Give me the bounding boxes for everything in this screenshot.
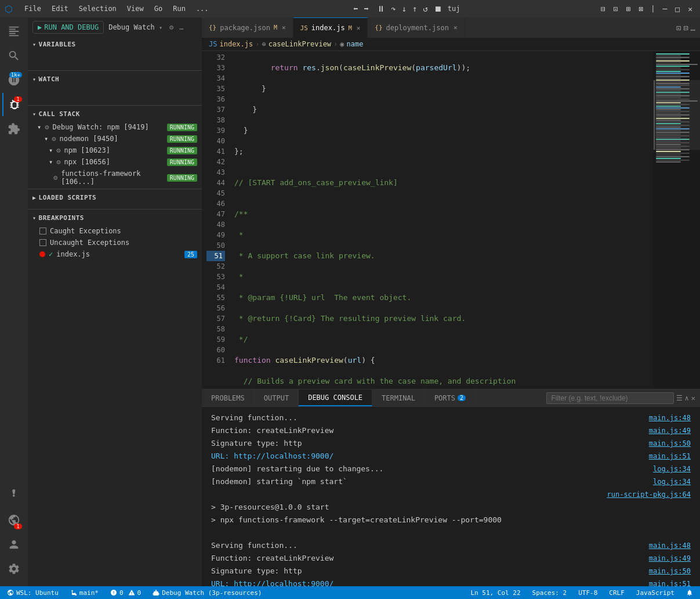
- call-stack-item-1[interactable]: ▾ ⚙ nodemon [9450] RUNNING: [28, 133, 202, 145]
- tab-close-deployment-json[interactable]: ✕: [454, 24, 458, 31]
- tab-index-js[interactable]: JS index.js M ✕: [293, 17, 368, 38]
- variables-header[interactable]: ▾ VARIABLES: [28, 37, 202, 52]
- more-actions-icon[interactable]: …: [691, 23, 695, 33]
- minimap-viewport[interactable]: [654, 80, 700, 150]
- loaded-scripts-header[interactable]: ▶ LOADED SCRIPTS: [28, 190, 202, 205]
- status-encoding[interactable]: UTF-8: [576, 589, 600, 597]
- call-stack-item-2[interactable]: ▾ ⚙ npm [10623] RUNNING: [28, 145, 202, 156]
- minimize-icon[interactable]: ─: [660, 3, 670, 15]
- debug-forward-icon[interactable]: ➡: [362, 3, 371, 15]
- breadcrumb-var[interactable]: name: [347, 40, 364, 48]
- console-link-6[interactable]: log.js:34: [653, 475, 691, 488]
- filter-input[interactable]: [546, 392, 674, 404]
- menu-go[interactable]: Go: [150, 3, 167, 14]
- panel-tab-ports[interactable]: PORTS 2: [425, 389, 476, 406]
- tab-close-package-json[interactable]: ✕: [282, 24, 286, 31]
- uncaught-exceptions-checkbox[interactable]: [39, 239, 46, 246]
- activity-debug[interactable]: 1: [2, 93, 26, 116]
- console-link-2[interactable]: main.js:49: [649, 424, 691, 437]
- activity-account[interactable]: [2, 533, 26, 556]
- console-text-6: [nodemon] starting `npm start`: [211, 475, 347, 488]
- menu-selection[interactable]: Selection: [74, 3, 121, 14]
- debug-more-icon[interactable]: …: [179, 23, 183, 31]
- console-link-5[interactable]: log.js:34: [653, 463, 691, 475]
- console-link-4[interactable]: main.js:51: [649, 450, 691, 463]
- status-remote[interactable]: WSL: Ubuntu: [5, 589, 61, 597]
- panel-tab-terminal[interactable]: TERMINAL: [372, 389, 425, 406]
- status-notifications[interactable]: [684, 589, 695, 596]
- console-link-13[interactable]: main.js:50: [649, 565, 691, 578]
- activity-source-control[interactable]: 1k+: [2, 68, 26, 92]
- breakpoints-header[interactable]: ▾ BREAKPOINTS: [28, 211, 202, 225]
- status-language[interactable]: JavaScript: [634, 589, 677, 597]
- play-icon: ▶: [38, 23, 42, 31]
- status-line-ending[interactable]: CRLF: [607, 589, 627, 597]
- code-line-33: }: [234, 84, 649, 94]
- console-link-1[interactable]: main.js:48: [649, 412, 691, 424]
- activity-search[interactable]: [2, 44, 26, 67]
- console-link-12[interactable]: main.js:49: [649, 552, 691, 565]
- debug-step-over-icon[interactable]: ↷: [389, 3, 398, 15]
- menu-run[interactable]: Run: [168, 3, 190, 14]
- code-content[interactable]: return res.json(caseLinkPreview(parsedUr…: [230, 51, 654, 389]
- status-ln-col[interactable]: Ln 51, Col 22: [468, 589, 523, 597]
- status-branch[interactable]: main*: [68, 589, 101, 597]
- debug-pause-icon[interactable]: ⏸: [375, 3, 387, 15]
- activity-bar: 1k+ 1 1: [0, 17, 28, 586]
- panel-close-icon[interactable]: ✕: [691, 394, 695, 402]
- debug-restart-icon[interactable]: ↺: [420, 3, 430, 15]
- caught-exceptions-checkbox[interactable]: [39, 228, 46, 234]
- console-link-11[interactable]: main.js:48: [649, 539, 691, 552]
- panel-layout-icon[interactable]: ⊡: [611, 3, 621, 15]
- call-stack-status-2: RUNNING: [167, 147, 197, 154]
- console-link-3[interactable]: main.js:50: [649, 437, 691, 450]
- status-spaces[interactable]: Spaces: 2: [530, 589, 570, 597]
- tab-deployment-json[interactable]: {} deployment.json ✕: [368, 17, 465, 38]
- panel-tab-debug-console[interactable]: DEBUG CONSOLE: [299, 389, 372, 406]
- status-debug-session[interactable]: Debug Watch (3p-resources): [150, 589, 264, 597]
- debug-step-out-icon[interactable]: ↑: [410, 3, 419, 15]
- call-stack-item-4[interactable]: ⚙ functions-framework [106...] RUNNING: [28, 168, 202, 187]
- watch-header[interactable]: ▾ WATCH: [28, 72, 202, 86]
- call-stack-item-3[interactable]: ▾ ⚙ npx [10656] RUNNING: [28, 156, 202, 168]
- activity-testing[interactable]: [2, 484, 26, 507]
- console-text-5: [nodemon] restarting due to changes...: [211, 463, 383, 475]
- panel-list-icon[interactable]: ☰: [676, 394, 683, 402]
- activity-settings[interactable]: [2, 557, 26, 580]
- customize-layout-icon[interactable]: ⊠: [636, 3, 646, 15]
- tab-close-index-js[interactable]: ✕: [357, 24, 361, 32]
- debug-settings-icon[interactable]: ⚙: [169, 23, 173, 31]
- console-link-7[interactable]: run-script-pkg.js:64: [607, 488, 691, 501]
- menu-more[interactable]: ...: [191, 3, 213, 14]
- panel-tab-output[interactable]: OUTPUT: [255, 389, 299, 406]
- menu-view[interactable]: View: [122, 3, 148, 14]
- activity-extensions[interactable]: [2, 117, 26, 140]
- debug-step-into-icon[interactable]: ↓: [399, 3, 408, 15]
- layout-icon[interactable]: ⊟: [598, 3, 608, 15]
- status-errors[interactable]: 0 0: [108, 589, 143, 597]
- menu-file[interactable]: File: [20, 3, 46, 14]
- tab-package-json[interactable]: {} package.json M ✕: [202, 17, 293, 38]
- panel-tab-problems[interactable]: PROBLEMS: [202, 389, 255, 406]
- maximize-icon[interactable]: □: [672, 3, 683, 15]
- status-right: Ln 51, Col 22 Spaces: 2 UTF-8 CRLF JavaS…: [468, 589, 695, 597]
- run-debug-button[interactable]: ▶ RUN AND DEBUG: [32, 21, 104, 34]
- breadcrumb-file[interactable]: index.js: [219, 40, 253, 48]
- activity-explorer[interactable]: [2, 20, 26, 43]
- debug-stop-icon[interactable]: ⏹: [431, 3, 444, 15]
- status-remote-label: WSL: Ubuntu: [16, 589, 59, 597]
- console-text-8: > 3p-resources@1.0.0 start: [211, 501, 329, 514]
- split-icon[interactable]: ⊞: [623, 3, 634, 15]
- breadcrumb-func[interactable]: caseLinkPreview: [269, 40, 331, 48]
- console-link-14[interactable]: main.js:51: [649, 578, 691, 586]
- panel-collapse-icon[interactable]: ∧: [685, 394, 689, 402]
- call-stack-header[interactable]: ▾ CALL STACK: [28, 107, 202, 121]
- split-editor-icon[interactable]: ⊡: [676, 23, 681, 33]
- activity-remote[interactable]: 1: [2, 508, 26, 532]
- menu-edit[interactable]: Edit: [47, 3, 73, 14]
- debug-back-icon[interactable]: ⬅: [351, 3, 360, 15]
- call-stack-item-0[interactable]: ▾ ⚙ Debug Watch: npm [9419] RUNNING: [28, 121, 202, 133]
- toggle-panel-icon[interactable]: ⊟: [683, 23, 688, 33]
- close-icon[interactable]: ✕: [685, 3, 695, 15]
- code-line-44: * @param {!URL} url The event object.: [234, 293, 649, 303]
